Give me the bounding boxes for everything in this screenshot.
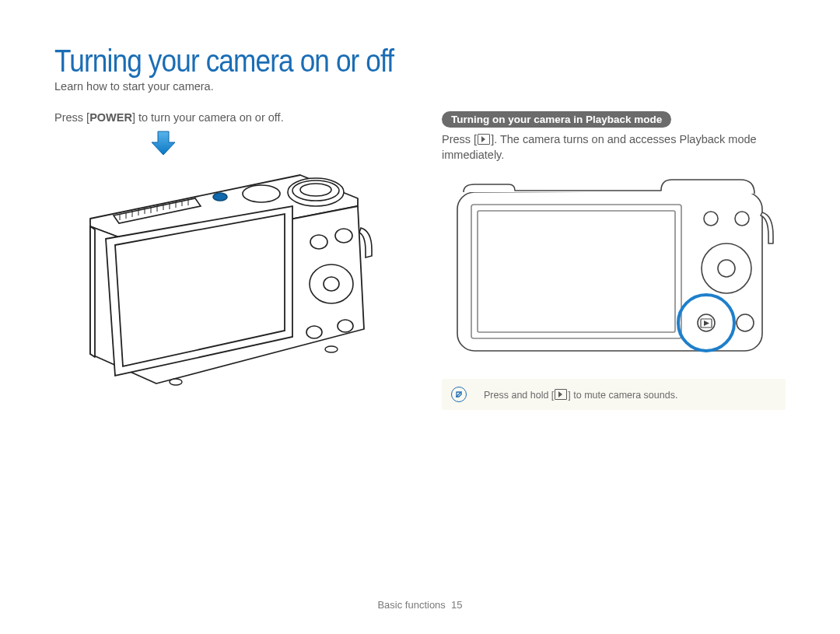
power-instruction: Press [POWER] to turn your camera on or … [54, 111, 398, 124]
text: Press [ [442, 133, 477, 145]
svg-point-20 [324, 277, 339, 291]
page-subtitle: Learn how to start your camera. [54, 80, 786, 93]
svg-point-28 [704, 212, 718, 226]
svg-point-18 [335, 229, 352, 243]
svg-point-17 [310, 235, 327, 249]
footer-page: 15 [451, 599, 462, 611]
text: ] to turn your camera on or off. [132, 111, 284, 124]
page: Turning your camera on or off Learn how … [0, 0, 840, 634]
text: Press and hold [ [484, 390, 554, 401]
playback-heading-pill: Turning on your camera in Playback mode [442, 111, 671, 128]
svg-point-23 [170, 379, 182, 385]
svg-point-16 [300, 184, 331, 196]
svg-rect-27 [478, 211, 675, 332]
svg-point-13 [243, 185, 280, 202]
note-icon [451, 387, 467, 402]
svg-point-12 [213, 193, 227, 201]
svg-point-31 [718, 260, 735, 277]
footer-section: Basic functions [377, 599, 445, 611]
svg-point-24 [325, 346, 338, 352]
playback-icon [555, 389, 567, 400]
text: Press [ [54, 111, 89, 124]
note-text: Press and hold [] to mute camera sounds. [484, 389, 677, 401]
camera-illustration-flat [442, 170, 786, 365]
arrow-down-icon [149, 130, 398, 159]
note-box: Press and hold [] to mute camera sounds. [442, 379, 786, 410]
svg-point-29 [735, 212, 749, 226]
content-columns: Press [POWER] to turn your camera on or … [54, 111, 786, 410]
text: ] to mute camera sounds. [568, 390, 677, 401]
page-title: Turning your camera on or off [54, 44, 698, 79]
power-label: POWER [89, 111, 132, 124]
right-column: Turning on your camera in Playback mode … [442, 111, 786, 410]
playback-icon [478, 134, 490, 145]
camera-illustration-perspective [54, 158, 398, 407]
footer: Basic functions 15 [0, 599, 840, 611]
left-column: Press [POWER] to turn your camera on or … [54, 111, 398, 410]
svg-point-33 [737, 314, 754, 331]
svg-point-21 [306, 326, 322, 338]
svg-point-22 [338, 320, 353, 332]
playback-instruction: Press []. The camera turns on and access… [442, 132, 786, 163]
